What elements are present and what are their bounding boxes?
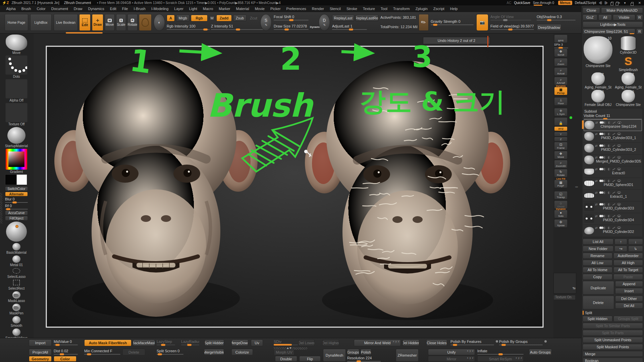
- polypaint-dots-icon[interactable]: [599, 191, 602, 194]
- eye-icon[interactable]: [617, 180, 621, 182]
- folder-down-button[interactable]: ↳: [628, 246, 643, 252]
- quicksave-button[interactable]: QuickSave: [514, 1, 530, 5]
- left-scroll-handle[interactable]: [0, 193, 2, 224]
- all_high-button[interactable]: All High: [613, 260, 643, 266]
- pen-icon[interactable]: [612, 133, 615, 135]
- mergevisible-button[interactable]: MergeVisible: [204, 349, 224, 355]
- subtool-item[interactable]: ⇄Chimpanzee Step1234: [584, 119, 642, 131]
- alternate-button[interactable]: Alternate: [5, 192, 28, 196]
- material-thumbnail[interactable]: [7, 127, 26, 144]
- dist-slider[interactable]: Dist 0.02: [54, 349, 78, 355]
- menu-macro[interactable]: Macro: [200, 7, 216, 11]
- half-icon[interactable]: [603, 215, 606, 218]
- scale-button[interactable]: SScale: [116, 14, 126, 31]
- lazyradius-slider[interactable]: LazyRadius: [181, 340, 199, 346]
- right-camlock-button[interactable]: 🔒: [554, 117, 568, 126]
- reorder-arrow-icon[interactable]: ⇄: [595, 144, 598, 147]
- half2-icon[interactable]: [608, 180, 610, 182]
- menu-picker[interactable]: Picker: [267, 7, 283, 11]
- del_higher-button[interactable]: Del Higher: [322, 340, 339, 346]
- half2-icon[interactable]: [608, 191, 610, 194]
- section-merge[interactable]: Merge: [583, 351, 643, 357]
- material_sphere-button[interactable]: ◐: [154, 14, 165, 31]
- del-all-button[interactable]: Del All: [615, 303, 643, 309]
- zremesher-button[interactable]: ZRemesher: [396, 349, 419, 362]
- tool-item[interactable]: 2Aging_Female_St: [583, 72, 613, 89]
- midvalue-slider[interactable]: MidValue 0: [54, 340, 78, 346]
- right-move3d-button[interactable]: ✥Move: [554, 151, 568, 159]
- menus-button[interactable]: Menus: [558, 1, 572, 5]
- texture-on-button[interactable]: Texture On: [553, 295, 576, 300]
- tool-item[interactable]: SSimpleBrush: [614, 55, 643, 72]
- all_to_target-button[interactable]: All To Target: [613, 267, 643, 273]
- polypaint-dots-icon[interactable]: [599, 203, 602, 205]
- half-icon[interactable]: [603, 133, 606, 135]
- mask_lasso-thumbnail[interactable]: [12, 291, 21, 299]
- menu-texture[interactable]: Texture: [360, 7, 378, 11]
- tool-item[interactable]: 10Chimpanzee Ste: [583, 36, 613, 72]
- menu-dynamics[interactable]: Dynamics: [85, 7, 107, 11]
- subtool-item[interactable]: ⇄PM3D_Cylinder3D3_1: [584, 131, 642, 143]
- select_lasso-thumbnail[interactable]: [12, 267, 21, 275]
- menu-help[interactable]: Help: [447, 7, 461, 11]
- see-through-slider[interactable]: See-through 0: [533, 1, 555, 5]
- eye-icon[interactable]: [617, 168, 621, 170]
- draw-button[interactable]: ✛Draw: [92, 14, 103, 31]
- visible-count-slider[interactable]: Visible Count 11: [584, 114, 642, 119]
- menu-stencil[interactable]: Stencil: [327, 7, 343, 11]
- menu-tool[interactable]: Tool: [378, 7, 390, 11]
- half2-icon[interactable]: [608, 133, 610, 135]
- smart_resym-button[interactable]: x y zSmart ReSym: [477, 356, 524, 362]
- all_to_home-button[interactable]: All To Home: [583, 267, 612, 273]
- pen-icon[interactable]: [612, 227, 615, 229]
- reorder-arrow-icon[interactable]: ⇄: [595, 226, 598, 230]
- reorder-arrow-icon[interactable]: ⇄: [595, 121, 598, 124]
- subtool-up-button[interactable]: ↑: [614, 239, 627, 245]
- lazystep-slider[interactable]: LazyStep: [157, 340, 175, 346]
- panel-divider-arrows[interactable]: ◂▸: [575, 185, 579, 188]
- right-persp-button[interactable]: Dynamic▦Persp: [554, 87, 568, 95]
- half2-icon[interactable]: [608, 144, 610, 147]
- dynamesh-button[interactable]: DynaMesh: [323, 349, 346, 362]
- backfacemask-button[interactable]: BackfaceMask: [133, 340, 155, 346]
- reorder-arrow-icon[interactable]: ⇄: [595, 191, 598, 194]
- s_widget-button[interactable]: S✎: [260, 14, 272, 31]
- tool-item[interactable]: 2Aging_Female_St: [614, 72, 643, 89]
- current-tool-slider[interactable]: Chimpanzee Step1234. 51: [583, 28, 635, 35]
- uv-button[interactable]: Uv: [251, 340, 263, 346]
- m_btn-button[interactable]: M: [209, 15, 215, 21]
- section-boolean[interactable]: Boolean: [583, 358, 643, 362]
- double-button[interactable]: Double: [275, 356, 297, 362]
- fillobject-button[interactable]: FillObject: [5, 216, 28, 221]
- deep_shadow-button[interactable]: DeepShadow: [537, 24, 561, 31]
- zsub-button[interactable]: Zsub: [233, 15, 247, 21]
- rgb-button[interactable]: Rgb: [191, 15, 208, 21]
- folder-up-button[interactable]: ↪: [614, 246, 627, 252]
- inflate-slider[interactable]: Inflate: [477, 349, 524, 355]
- menu-i-brush[interactable]: I-Brush: [131, 7, 148, 11]
- replay_last-button[interactable]: ReplayLast: [332, 15, 354, 21]
- half-icon[interactable]: [603, 203, 606, 206]
- pen-icon[interactable]: [612, 156, 615, 159]
- colorize-button[interactable]: Colorize: [231, 349, 253, 355]
- half-icon[interactable]: [603, 191, 606, 194]
- half2-icon[interactable]: [608, 168, 610, 171]
- import-button[interactable]: Import: [29, 340, 52, 346]
- groups-button[interactable]: Groups: [347, 349, 359, 355]
- subtool-header[interactable]: Subtool: [584, 109, 642, 114]
- accucurve-button[interactable]: AccuCurve: [5, 210, 28, 215]
- right-transp-button[interactable]: ◱Transp: [554, 191, 568, 199]
- polypaint-dots-icon[interactable]: [599, 133, 602, 135]
- a_btn-button[interactable]: A: [167, 15, 175, 21]
- right-rotz-button[interactable]: Z: [554, 137, 568, 141]
- pencil-button[interactable]: ✏: [419, 14, 429, 31]
- tool-item[interactable]: Cylinder3D: [614, 36, 643, 54]
- split-hidden-button[interactable]: Split Hidden: [583, 316, 612, 322]
- pen-icon[interactable]: [612, 215, 615, 217]
- smooth-thumbnail[interactable]: [12, 316, 21, 324]
- menu-draw[interactable]: Draw: [71, 7, 85, 11]
- make-polymesh3d-button[interactable]: Make PolyMesh3D: [601, 7, 643, 13]
- split-similar-button[interactable]: Split To Similar Parts: [583, 323, 643, 329]
- menu-preferences[interactable]: Preferences: [283, 7, 309, 11]
- right-rotate3d-button[interactable]: ↻Rotate: [554, 169, 568, 177]
